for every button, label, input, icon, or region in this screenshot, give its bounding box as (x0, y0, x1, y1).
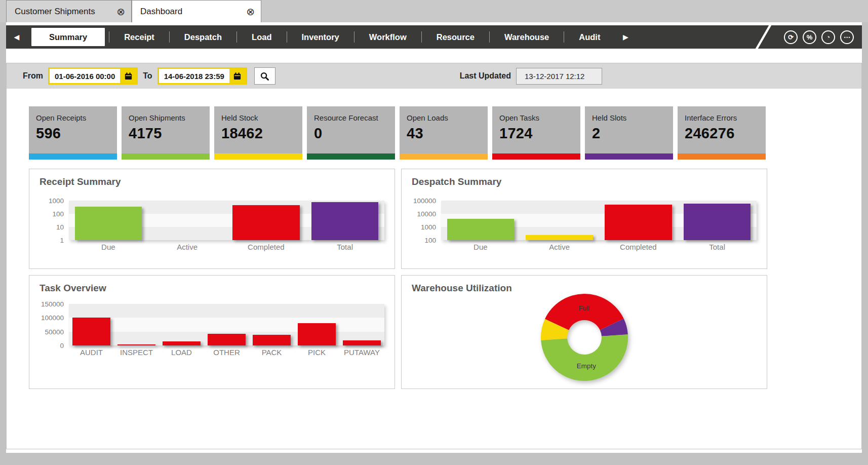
x-category-label: Active (148, 243, 227, 251)
nav-back-arrow-icon[interactable]: ◀ (6, 33, 27, 41)
search-button[interactable] (254, 67, 275, 85)
filter-bar: From 01-06-2016 00:00 To 14-06-2018 23:5… (7, 63, 861, 89)
x-category-label: PUTAWAY (339, 348, 384, 357)
plot-area (69, 304, 384, 345)
kpi-card-held-stock[interactable]: Held Stock18462 (214, 106, 302, 160)
nav-item-load[interactable]: Load (237, 25, 286, 49)
navbar-items: SummaryReceiptDespatchLoadInventoryWorkf… (27, 25, 615, 49)
kpi-card-open-receipts[interactable]: Open Receipts596 (29, 106, 117, 160)
to-date-field[interactable]: 14-06-2018 23:59 (157, 67, 247, 85)
more-icon[interactable]: ⋯ (840, 30, 854, 44)
bar-audit (72, 318, 111, 345)
nav-item-workflow[interactable]: Workflow (354, 25, 421, 49)
from-date-value[interactable]: 01-06-2016 00:00 (50, 69, 120, 83)
refresh-icon[interactable]: ⟳ (784, 30, 798, 44)
nav-item-inventory[interactable]: Inventory (287, 25, 354, 49)
to-date-value[interactable]: 14-06-2018 23:59 (159, 69, 229, 83)
y-tick-label: 100 (424, 237, 436, 244)
task-overview-chart: 150000100000500000AUDITINSPECTLOADOTHERP… (40, 304, 384, 357)
bar-other (208, 334, 246, 345)
kpi-label: Open Tasks (499, 113, 573, 122)
x-category-label: LOAD (159, 348, 204, 357)
last-updated-value: 13-12-2017 12:12 (516, 68, 602, 85)
x-category-label: INSPECT (114, 348, 159, 357)
kpi-color-strip (678, 153, 766, 160)
kpi-label: Open Receipts (36, 113, 110, 122)
x-category-label: Total (305, 243, 384, 251)
despatch-summary-panel: Despatch Summary 100000100001000100DueAc… (401, 169, 767, 269)
y-tick-label: 1 (60, 237, 64, 244)
donut-slice-empty (541, 334, 628, 381)
nav-forward-arrow-icon[interactable]: ▶ (615, 33, 636, 41)
x-category-label: PICK (294, 348, 339, 357)
tab-customer-shipments[interactable]: Customer Shipments ⊗ (6, 0, 132, 22)
kpi-color-strip (307, 153, 395, 160)
receipt-summary-panel: Receipt Summary 1000100101DueActiveCompl… (29, 169, 395, 269)
dashboard-content: Open Receipts596Open Shipments4175Held S… (7, 89, 771, 389)
kpi-card-open-shipments[interactable]: Open Shipments4175 (122, 106, 210, 160)
bar-load (163, 341, 201, 345)
nav-item-resource[interactable]: Resource (422, 25, 489, 49)
kpi-value: 246276 (685, 125, 759, 142)
y-tick-label: 0 (60, 342, 64, 350)
from-calendar-button[interactable] (120, 69, 136, 83)
tab-label: Dashboard (140, 7, 182, 17)
kpi-value: 596 (36, 125, 110, 142)
kpi-value: 18462 (221, 125, 295, 142)
kpi-label: Held Slots (592, 113, 666, 122)
page: ◀ SummaryReceiptDespatchLoadInventoryWor… (6, 22, 862, 453)
from-label: From (23, 71, 43, 81)
nav-item-despatch[interactable]: Despatch (170, 25, 236, 49)
kpi-label: Interface Errors (685, 113, 759, 122)
bar-due (447, 219, 514, 240)
y-tick-label: 50000 (45, 328, 64, 335)
to-calendar-button[interactable] (229, 69, 246, 83)
kpi-card-resource-forecast[interactable]: Resource Forecast0 (307, 106, 395, 160)
kpi-value: 1724 (499, 125, 573, 142)
percent-icon[interactable]: % (803, 30, 816, 44)
x-category-label: Active (520, 243, 599, 251)
kpi-label: Open Loads (407, 113, 481, 122)
nav-item-summary[interactable]: Summary (31, 28, 105, 46)
warehouse-utilization-panel: Warehouse Utilization FullEmpty (401, 275, 767, 389)
despatch-summary-chart: 100000100001000100DueActiveCompletedTota… (412, 201, 757, 251)
nav-item-warehouse[interactable]: Warehouse (490, 25, 564, 49)
kpi-color-strip (29, 153, 117, 160)
x-axis: AUDITINSPECTLOADOTHERPACKPICKPUTAWAY (69, 348, 384, 357)
kpi-value: 0 (314, 125, 388, 142)
navbar: ◀ SummaryReceiptDespatchLoadInventoryWor… (6, 25, 862, 49)
tab-close-icon[interactable]: ⊗ (246, 7, 255, 17)
kpi-card-interface-errors[interactable]: Interface Errors246276 (678, 106, 766, 160)
y-axis: 150000100000500000 (40, 304, 69, 345)
chart-title: Task Overview (40, 283, 384, 294)
last-updated: Last Updated 13-12-2017 12:12 (455, 68, 602, 85)
y-tick-label: 10 (56, 223, 64, 231)
last-updated-label: Last Updated (460, 71, 511, 81)
y-tick-label: 100000 (413, 197, 436, 205)
donut-chart: FullEmpty (524, 287, 645, 388)
kpi-card-open-loads[interactable]: Open Loads43 (400, 106, 488, 160)
kpi-card-held-slots[interactable]: Held Slots2 (585, 106, 673, 160)
tab-dashboard[interactable]: Dashboard ⊗ (132, 0, 261, 22)
nav-item-audit[interactable]: Audit (564, 25, 615, 49)
plot-band (69, 304, 384, 318)
kpi-color-strip (585, 153, 673, 160)
kpi-value: 4175 (129, 125, 203, 142)
y-tick-label: 100 (52, 210, 64, 218)
from-date-field[interactable]: 01-06-2016 00:00 (48, 67, 138, 85)
y-tick-label: 1000 (421, 223, 436, 231)
nav-item-receipt[interactable]: Receipt (109, 25, 169, 49)
tab-close-icon[interactable]: ⊗ (116, 7, 125, 17)
kpi-label: Resource Forecast (314, 113, 388, 122)
y-tick-label: 1000 (49, 197, 64, 205)
bar-putaway (343, 340, 381, 345)
x-category-label: PACK (249, 348, 294, 357)
x-category-label: AUDIT (69, 348, 114, 357)
pie-icon[interactable]: ◔ (821, 30, 835, 44)
window-tabbar: Customer Shipments ⊗ Dashboard ⊗ (0, 0, 868, 22)
bar-total (311, 202, 378, 240)
plot-area (441, 201, 757, 240)
kpi-label: Open Shipments (129, 113, 203, 122)
kpi-label: Held Stock (221, 113, 295, 122)
kpi-card-open-tasks[interactable]: Open Tasks1724 (492, 106, 580, 160)
